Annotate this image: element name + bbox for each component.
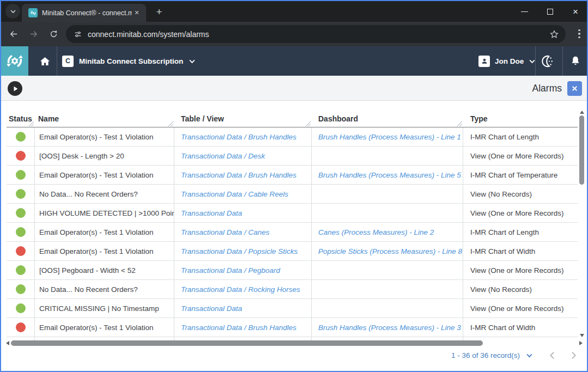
horizontal-scroll-left-arrow[interactable] — [6, 341, 9, 345]
subscription-selector[interactable]: C Minitab Connect Subscription — [62, 46, 196, 76]
table-row[interactable]: Email Operator(s) - Test 1 ViolationTran… — [7, 127, 578, 147]
table-view-link[interactable]: Transactional Data — [174, 204, 312, 222]
page-size-dropdown[interactable] — [525, 351, 534, 359]
dashboard-link[interactable]: Brush Handles (Process Measures) - Line … — [312, 166, 463, 184]
new-tab-button[interactable]: + — [153, 5, 166, 19]
table-row[interactable]: No Data... No Recent Orders?Transactiona… — [7, 185, 578, 204]
table-view-link[interactable]: Transactional Data — [174, 299, 312, 318]
alarm-type-cell: I-MR Chart of Temperature — [463, 166, 578, 184]
site-settings-icon[interactable] — [74, 30, 82, 39]
next-page-button[interactable] — [569, 351, 578, 360]
status-dot-green — [16, 208, 26, 218]
home-icon — [39, 56, 51, 67]
alarm-name-cell: HIGH VOLUME DETECTED | >1000 Points — [35, 204, 174, 222]
table-row[interactable]: [OOS] Pegboard - Width < 52Transactional… — [7, 261, 578, 280]
status-dot-green — [16, 265, 26, 275]
alarm-name-cell: CRITICAL MISSING | No Timestamp — [35, 299, 174, 318]
forward-arrow-icon — [29, 29, 38, 39]
dashboard-link[interactable] — [312, 280, 463, 298]
alarm-type-cell: View (No Records) — [463, 185, 578, 203]
minitab-connect-logo[interactable] — [1, 46, 28, 76]
table-view-link[interactable]: Transactional Data / Brush Handles — [174, 166, 312, 184]
window-maximize-button[interactable] — [538, 1, 561, 22]
table-view-link[interactable]: Transactional Data / Pegboard — [174, 261, 312, 279]
subscription-badge: C — [62, 56, 74, 67]
column-resize-handle[interactable] — [168, 121, 173, 126]
table-row[interactable]: Email Operator(s) - Test 1 ViolationTran… — [7, 242, 578, 261]
horizontal-scrollbar-thumb[interactable] — [11, 340, 483, 346]
dashboard-link[interactable] — [312, 261, 463, 279]
alarm-type-cell: View (One or More Records) — [463, 204, 578, 222]
user-menu[interactable]: Jon Doe — [478, 46, 536, 76]
previous-page-button[interactable] — [548, 351, 557, 360]
table-view-link[interactable]: Transactional Data / Cable Reels — [174, 185, 312, 203]
url-text[interactable]: connect.minitab.com/system/alarms — [88, 30, 549, 39]
column-header-table-view[interactable]: Table / View — [174, 107, 312, 127]
vertical-scroll-down-arrow[interactable] — [580, 334, 584, 337]
tab-close-icon[interactable]: × — [132, 8, 142, 18]
reload-button[interactable] — [45, 26, 62, 42]
browser-tab[interactable]: Minitab Connect® - connect.mi × — [22, 4, 146, 22]
tab-search-button[interactable] — [5, 4, 20, 19]
dashboard-link[interactable] — [312, 204, 463, 222]
close-icon — [571, 85, 578, 92]
back-button[interactable] — [5, 26, 22, 42]
sync-gear-icon — [5, 51, 25, 71]
table-view-link[interactable]: Transactional Data / Canes — [174, 223, 312, 241]
status-dot-red — [16, 151, 26, 161]
dashboard-link[interactable] — [312, 147, 463, 165]
dashboard-link[interactable]: Popsicle Sticks (Process Measures) - Lin… — [312, 242, 463, 260]
table-row[interactable]: CRITICAL MISSING | No TimestampTransacti… — [7, 299, 578, 318]
table-view-link[interactable]: Transactional Data / Brush Handles — [174, 127, 312, 146]
status-dot-red — [16, 322, 26, 332]
alarm-type-cell: View (One or More Records) — [463, 261, 578, 279]
notifications-button[interactable] — [562, 46, 588, 76]
dashboard-link[interactable] — [312, 299, 463, 318]
panel-close-button[interactable] — [567, 81, 582, 96]
dashboard-link[interactable]: Brush Handles (Process Measures) - Line … — [312, 127, 463, 146]
vertical-scrollbar-thumb[interactable] — [579, 115, 584, 185]
table-row[interactable]: HIGH VOLUME DETECTED | >1000 PointsTrans… — [7, 204, 578, 223]
bookmark-star-icon[interactable] — [549, 29, 559, 39]
horizontal-scroll-right-arrow[interactable] — [579, 341, 583, 345]
window-close-button[interactable]: × — [564, 1, 587, 22]
column-header-name[interactable]: Name — [35, 107, 174, 127]
pagination-bar: 1 - 36 of 36 record(s) — [451, 348, 578, 362]
dashboard-link[interactable]: Brush Handles (Process Measures) - Line … — [312, 318, 463, 337]
column-header-dashboard[interactable]: Dashboard — [312, 107, 463, 127]
chevron-left-icon — [548, 351, 557, 360]
dashboard-link[interactable]: Canes (Process Measures) - Line 2 — [312, 223, 463, 241]
run-button[interactable] — [8, 81, 22, 96]
column-header-status[interactable]: Status — [7, 107, 35, 127]
table-row[interactable]: Email Operator(s) - Test 1 ViolationTran… — [7, 318, 578, 337]
address-bar[interactable]: connect.minitab.com/system/alarms — [66, 25, 566, 43]
dashboard-link[interactable] — [312, 185, 463, 203]
dark-mode-toggle[interactable] — [535, 46, 561, 76]
browser-window: Minitab Connect® - connect.mi × + × conn… — [0, 0, 588, 372]
alarms-table: Status Name Table / View Dashboard Type … — [7, 107, 578, 341]
table-view-link[interactable]: Transactional Data / Popsicle Sticks — [174, 242, 312, 260]
alarm-type-cell: I-MR Chart of Width — [463, 242, 578, 260]
reload-icon — [49, 29, 58, 39]
column-resize-handle[interactable] — [29, 121, 34, 126]
home-button[interactable] — [34, 46, 56, 76]
column-resize-handle[interactable] — [306, 121, 311, 126]
table-view-link[interactable]: Transactional Data / Rocking Horses — [174, 280, 312, 298]
table-row[interactable]: [OOS] Desk - Length > 20Transactional Da… — [7, 147, 578, 166]
browser-menu-button[interactable] — [572, 27, 586, 41]
table-row[interactable]: No Data... No Recent Orders?Transactiona… — [7, 280, 578, 299]
table-row[interactable]: Email Operator(s) - Test 1 ViolationTran… — [7, 223, 578, 242]
window-minimize-button[interactable] — [513, 1, 536, 22]
alarm-type-cell: View (No Records) — [463, 280, 578, 298]
column-header-type[interactable]: Type — [463, 107, 578, 127]
status-cell — [7, 261, 35, 279]
column-resize-handle[interactable] — [457, 121, 462, 126]
table-row[interactable]: Email Operator(s) - Test 1 ViolationTran… — [7, 166, 578, 185]
close-icon: × — [573, 7, 578, 16]
status-dot-green — [16, 189, 26, 199]
forward-button[interactable] — [25, 26, 42, 42]
chevron-down-icon — [525, 351, 534, 359]
table-view-link[interactable]: Transactional Data / Brush Handles — [174, 318, 312, 337]
table-view-link[interactable]: Transactional Data / Desk — [174, 147, 312, 165]
vertical-scroll-up-arrow[interactable] — [580, 111, 584, 114]
